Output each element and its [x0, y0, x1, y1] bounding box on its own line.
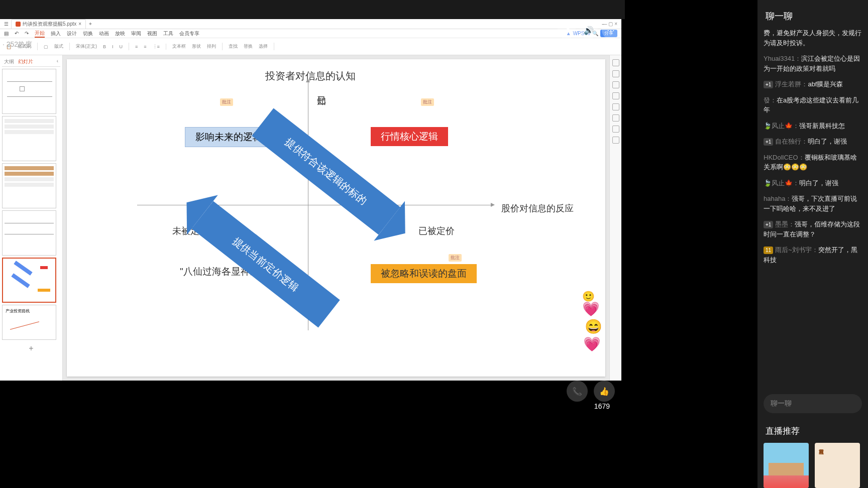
- stream-area: 宸故渊 ☰ 约谈投资观察提醒5.pptx × + — ▢ × ▤ ↶ ↷ 开始 …: [0, 0, 625, 408]
- outline-tab[interactable]: 大纲: [4, 58, 14, 65]
- stream-top-controls: ↗ 🔊 ⋯: [558, 21, 620, 39]
- menu-start[interactable]: 开始: [35, 30, 45, 38]
- slide-thumbnail-panel[interactable]: 大纲 幻灯片 ‹: [0, 55, 63, 381]
- chat-header: 聊一聊: [757, 0, 868, 28]
- menu-animation[interactable]: 动画: [99, 30, 109, 37]
- share-stream-icon[interactable]: ↗: [558, 21, 576, 39]
- emoji-smile: 😄: [585, 318, 602, 335]
- slide-thumb-2[interactable]: [2, 116, 56, 161]
- bullets-icon[interactable]: ⋮≡: [151, 44, 162, 50]
- slide-thumb-4[interactable]: [2, 210, 56, 256]
- chat-username[interactable]: hahaha：: [764, 195, 792, 202]
- arrange-button[interactable]: 排列: [205, 43, 218, 50]
- comment-tag-1[interactable]: 批注: [220, 98, 233, 106]
- tool-icon-1[interactable]: [612, 59, 619, 66]
- underline-button[interactable]: U: [118, 44, 125, 50]
- italic-button[interactable]: I: [110, 44, 116, 50]
- comment-tag-2[interactable]: 批注: [421, 98, 434, 106]
- shape-button[interactable]: 形状: [190, 43, 203, 50]
- tool-icon-6[interactable]: [612, 114, 619, 121]
- tool-icon-2[interactable]: [612, 70, 619, 77]
- slide-content: 投资者对信息的认知 已知 未知 股价对信息的反应 未被定价 已被定价 影响未来的…: [67, 59, 605, 377]
- bold-button[interactable]: B: [101, 44, 108, 50]
- wps-titlebar: ☰ 约谈投资观察提醒5.pptx × + — ▢ ×: [0, 19, 621, 29]
- tool-icon-4[interactable]: [612, 92, 619, 99]
- call-button[interactable]: 📞: [567, 381, 588, 402]
- align-center-icon[interactable]: ≡: [142, 44, 148, 50]
- chat-username[interactable]: 浮生若胖：: [775, 80, 808, 88]
- slide-title: 投资者对信息的认知: [265, 69, 356, 83]
- menu-transition[interactable]: 切换: [83, 30, 93, 37]
- menu-insert[interactable]: 插入: [51, 30, 61, 37]
- comment-tag-3[interactable]: 批注: [449, 254, 462, 262]
- chat-badge: +1: [764, 221, 773, 228]
- slides-tab[interactable]: 幻灯片: [18, 58, 33, 65]
- chat-username[interactable]: 墨墨：: [775, 220, 795, 228]
- menu-view[interactable]: 视图: [147, 30, 157, 37]
- volume-icon[interactable]: 🔊: [580, 21, 598, 39]
- tool-icon-8[interactable]: [612, 137, 619, 144]
- ribbon-slides: ▢ 版式: [42, 43, 70, 50]
- wps-file-tab[interactable]: 约谈投资观察提醒5.pptx ×: [11, 19, 86, 29]
- font-selector[interactable]: 宋体(正文): [74, 43, 99, 50]
- chat-message-list[interactable]: 费，避免财产及人身损失，发规行为请及时投诉。Yhuai3341：滨江会被定位心是…: [757, 28, 868, 388]
- wps-menu-icon[interactable]: ☰: [4, 21, 9, 27]
- emoji-face: 🙂: [582, 290, 595, 302]
- new-tab-icon[interactable]: +: [89, 21, 92, 27]
- tab-close-icon[interactable]: ×: [78, 21, 81, 27]
- menu-design[interactable]: 设计: [67, 30, 77, 37]
- chat-panel: 聊一聊 费，避免财产及人身损失，发规行为请及时投诉。Yhuai3341：滨江会被…: [757, 0, 868, 488]
- chat-username[interactable]: 發：: [764, 96, 777, 104]
- undo-icon[interactable]: ↶: [15, 31, 19, 36]
- collapse-panel-icon[interactable]: ‹: [57, 58, 58, 65]
- wps-body: 大纲 幻灯片 ‹: [0, 55, 621, 381]
- chat-message: 费，避免财产及人身损失，发规行为请及时投诉。: [764, 28, 862, 48]
- chat-message: HKDollCEO：覆铜板和玻璃基啥关系啊😳😳😳: [764, 153, 862, 172]
- select-button[interactable]: 选择: [257, 43, 270, 50]
- add-slide-button[interactable]: +: [2, 342, 60, 355]
- chat-badge: 11: [764, 247, 773, 254]
- find-button[interactable]: 查找: [227, 43, 240, 50]
- new-slide-button[interactable]: ▢: [42, 44, 50, 50]
- rec-item-1[interactable]: [764, 443, 809, 488]
- rec-item-2[interactable]: 周日有藏宝: [815, 443, 860, 488]
- slide-thumb-1[interactable]: [2, 69, 56, 114]
- chat-message: +1浮生若胖：abf膜是兴森: [764, 79, 862, 89]
- stream-action-buttons: 📞 👍: [567, 381, 615, 402]
- chat-username[interactable]: 风止🍁：: [772, 179, 799, 187]
- diagonal-arrow-2[interactable]: 提供当前定价逻辑: [191, 201, 340, 327]
- more-icon[interactable]: ⋯: [602, 21, 620, 39]
- chat-text: 强哥新晨科技怎: [799, 122, 845, 130]
- replace-button[interactable]: 替换: [242, 43, 255, 50]
- slide-thumb-3[interactable]: [2, 163, 56, 208]
- chat-username[interactable]: 风止🍁：: [772, 122, 799, 130]
- chat-input[interactable]: 聊一聊: [764, 394, 862, 413]
- menu-slideshow[interactable]: 放映: [115, 30, 125, 37]
- tool-icon-3[interactable]: [612, 81, 619, 88]
- leaf-icon: 🍃: [764, 122, 772, 130]
- menu-review[interactable]: 审阅: [131, 30, 141, 37]
- chat-message: Yhuai3341：滨江会被定位心是因为一开始的政策对着就吗: [764, 54, 862, 73]
- save-icon[interactable]: ▤: [4, 31, 9, 36]
- leaf-icon: 🍃: [764, 179, 772, 187]
- menu-member[interactable]: 会员专享: [179, 30, 199, 37]
- box-top-right[interactable]: 行情核心逻辑: [371, 127, 448, 146]
- chat-username[interactable]: HKDollCEO：: [764, 154, 805, 161]
- chat-username[interactable]: Yhuai3341：: [764, 55, 801, 62]
- chat-text: abf膜是兴森: [808, 80, 843, 88]
- tool-icon-7[interactable]: [612, 126, 619, 133]
- slide-canvas[interactable]: 投资者对信息的认知 已知 未知 股价对信息的反应 未被定价 已被定价 影响未来的…: [67, 59, 605, 377]
- align-left-icon[interactable]: ≡: [133, 44, 140, 50]
- wps-ribbon: 📋 格式刷 ▢ 版式 宋体(正文) B I U ≡ ≡ ⋮≡ 文本框 形状 排: [0, 38, 621, 55]
- menu-tools[interactable]: 工具: [163, 30, 173, 37]
- chat-username[interactable]: 雨后~刘书宇：: [775, 246, 818, 254]
- textbox-button[interactable]: 文本框: [170, 43, 188, 50]
- redo-icon[interactable]: ↷: [25, 31, 29, 36]
- like-button[interactable]: 👍: [594, 381, 615, 402]
- slide-thumb-6[interactable]: 产业投资路线: [2, 305, 56, 340]
- slide-thumb-5[interactable]: [2, 258, 56, 303]
- chat-username[interactable]: 自在独行：: [775, 138, 808, 145]
- box-bottom-right[interactable]: 被忽略和误读的盘面: [371, 264, 477, 283]
- tool-icon-5[interactable]: [612, 103, 619, 110]
- layout-button[interactable]: 版式: [52, 43, 65, 50]
